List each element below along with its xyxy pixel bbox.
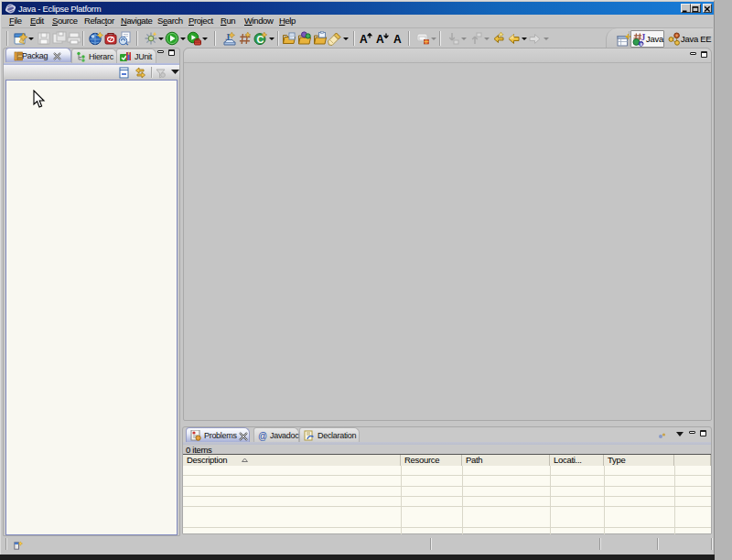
svg-text:A: A xyxy=(360,33,368,46)
svg-text:A: A xyxy=(376,33,384,46)
svg-text:J: J xyxy=(225,32,230,42)
svg-text:A: A xyxy=(393,33,402,46)
